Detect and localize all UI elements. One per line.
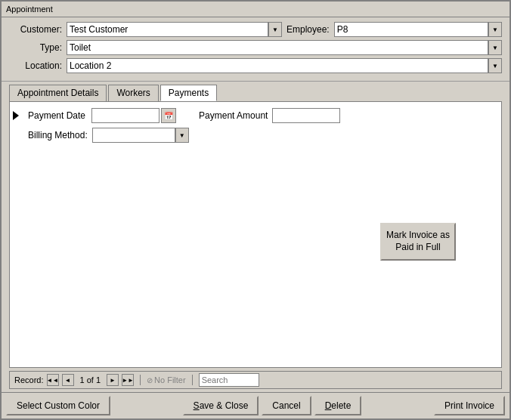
billing-method-row: Billing Method: ▼: [28, 128, 495, 143]
billing-method-dropdown-btn[interactable]: ▼: [175, 128, 189, 143]
record-nav-bar: Record: ◄◄ ◄ 1 of 1 ► ►► ⊘ No Filter: [9, 371, 502, 389]
customer-input[interactable]: [67, 22, 268, 37]
print-invoice-btn[interactable]: Print Invoice: [434, 396, 505, 415]
location-input[interactable]: [67, 58, 488, 73]
mark-invoice-line2: Paid in Full: [395, 242, 440, 252]
calendar-btn[interactable]: 📅: [161, 108, 176, 123]
payment-date-amount-row: Payment Date 📅 Payment Amount: [28, 108, 495, 123]
payments-content: Payment Date 📅 Payment Amount Billing Me…: [16, 108, 495, 143]
payment-date-label: Payment Date: [28, 110, 85, 121]
window-title: Appointment: [2, 2, 509, 17]
type-dropdown-btn[interactable]: ▼: [488, 40, 502, 55]
mark-invoice-line1: Mark Invoice as: [386, 230, 450, 240]
delete-label: Delete: [325, 400, 352, 411]
select-custom-color-btn[interactable]: Select Custom Color: [6, 396, 110, 415]
payment-amount-input[interactable]: [272, 108, 340, 123]
billing-method-combo: ▼: [92, 128, 189, 143]
cancel-btn[interactable]: Cancel: [262, 396, 311, 415]
nav-divider2: [192, 375, 193, 385]
nav-last-btn[interactable]: ►►: [122, 374, 134, 386]
nav-next-btn[interactable]: ►: [107, 374, 119, 386]
center-buttons: Save & Close Cancel Delete: [113, 396, 431, 415]
payments-tab-content: Payment Date 📅 Payment Amount Billing Me…: [9, 101, 502, 368]
employee-combo: ▼: [334, 22, 502, 37]
employee-section: Employee: ▼: [286, 22, 502, 37]
customer-label: Customer:: [9, 24, 62, 35]
print-invoice-label: Print Invoice: [444, 400, 494, 411]
location-combo: ▼: [67, 58, 502, 73]
appointment-window: Appointment Customer: ▼ Employee: ▼ Type…: [0, 0, 511, 420]
tab-workers[interactable]: Workers: [108, 85, 158, 101]
customer-row: Customer: ▼ Employee: ▼: [9, 22, 502, 37]
billing-method-input[interactable]: [92, 128, 175, 143]
type-row: Type: ▼: [9, 40, 502, 55]
customer-combo: ▼: [67, 22, 282, 37]
no-filter-group: ⊘ No Filter: [147, 375, 186, 384]
employee-dropdown-btn[interactable]: ▼: [488, 22, 502, 37]
payment-date-group: Payment Date 📅: [28, 108, 176, 123]
location-row: Location: ▼: [9, 58, 502, 73]
type-combo: ▼: [67, 40, 502, 55]
no-filter-text: No Filter: [154, 375, 186, 384]
nav-divider: [140, 375, 141, 385]
tab-appointment-details[interactable]: Appointment Details: [9, 85, 107, 101]
funnel-icon: ⊘: [147, 376, 153, 384]
nav-position: 1 of 1: [80, 375, 101, 384]
billing-method-label: Billing Method:: [28, 130, 88, 141]
window-title-text: Appointment: [6, 5, 53, 14]
payment-date-input[interactable]: [91, 108, 159, 123]
tab-payments[interactable]: Payments: [160, 85, 217, 101]
customer-dropdown-btn[interactable]: ▼: [268, 22, 282, 37]
tabs-bar: Appointment Details Workers Payments: [2, 82, 509, 101]
select-custom-color-label: Select Custom Color: [17, 400, 100, 411]
nav-first-btn[interactable]: ◄◄: [47, 374, 59, 386]
type-input[interactable]: [67, 40, 488, 55]
location-label: Location:: [9, 60, 62, 71]
type-label: Type:: [9, 42, 62, 53]
record-label: Record:: [14, 375, 44, 384]
location-dropdown-btn[interactable]: ▼: [488, 58, 502, 73]
appointment-form: Customer: ▼ Employee: ▼ Type: ▼ Loc: [2, 17, 509, 82]
mark-invoice-btn[interactable]: Mark Invoice as Paid in Full: [380, 223, 456, 261]
search-input[interactable]: [199, 373, 259, 387]
payment-amount-group: Payment Amount: [199, 108, 340, 123]
save-close-btn[interactable]: Save & Close: [183, 396, 259, 415]
cancel-label: Cancel: [272, 400, 300, 411]
nav-prev-btn[interactable]: ◄: [62, 374, 74, 386]
payment-amount-label: Payment Amount: [199, 110, 268, 121]
delete-btn[interactable]: Delete: [314, 396, 362, 415]
bottom-toolbar: Select Custom Color Save & Close Cancel …: [2, 392, 509, 418]
save-close-label: Save & Close: [194, 400, 249, 411]
employee-input[interactable]: [334, 22, 488, 37]
employee-label: Employee:: [286, 24, 330, 35]
record-marker: [13, 111, 19, 120]
